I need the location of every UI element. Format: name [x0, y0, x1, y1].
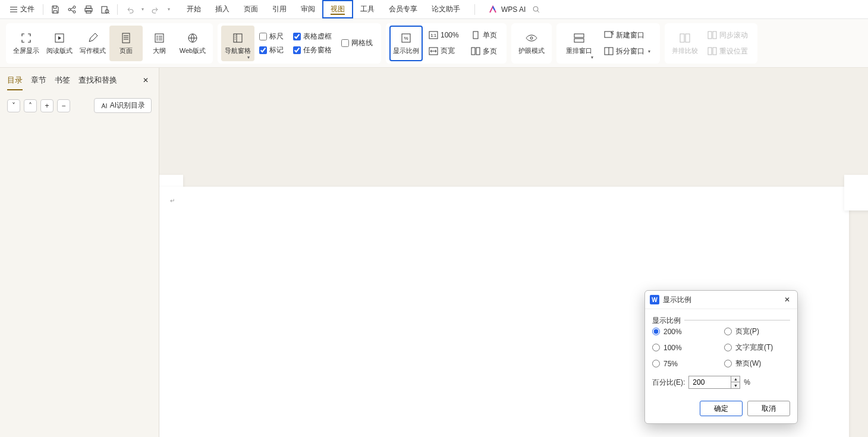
document-area[interactable]: ↵ W 显示比例 ✕ 显示比例 200% 页宽(P) 100% 文字宽度(T) … — [159, 68, 868, 437]
expand-down-icon[interactable]: ˅ — [7, 99, 20, 112]
sidebar-close-icon[interactable]: ✕ — [140, 74, 152, 86]
single-page-button[interactable]: 单页 — [468, 29, 499, 42]
ribbon-tabs: 开始 插入 页面 引用 审阅 视图 工具 会员专享 论文助手 — [180, 0, 467, 18]
preview-icon[interactable] — [98, 2, 112, 17]
tab-reference[interactable]: 引用 — [265, 0, 294, 18]
web-icon — [186, 32, 199, 45]
group-label: 显示比例 — [652, 316, 684, 326]
share-icon[interactable] — [65, 2, 79, 17]
radio-pagewidth[interactable]: 页宽(P) — [724, 326, 790, 337]
split-window-button[interactable]: 拆分窗口 — [602, 45, 653, 58]
remove-icon[interactable]: − — [57, 99, 70, 112]
new-window-button[interactable]: +新建窗口 — [602, 29, 653, 42]
outline-button[interactable]: 大纲 — [143, 26, 176, 61]
svg-rect-24 — [574, 39, 584, 42]
split-window-icon — [604, 46, 614, 56]
percent-spinbox[interactable]: ▲ ▼ — [688, 376, 740, 389]
sidebar-tab-toc[interactable]: 目录 — [7, 73, 23, 88]
tab-review[interactable]: 审阅 — [294, 0, 322, 18]
tab-start[interactable]: 开始 — [180, 0, 208, 18]
dialog-close-icon[interactable]: ✕ — [782, 294, 792, 305]
side-by-side-button[interactable]: 并排比较 — [668, 26, 702, 61]
svg-rect-28 — [680, 34, 684, 42]
ribbon-nav-group: 导航窗格 标尺 标记 表格虚框 任务窗格 网格线 — [218, 23, 381, 64]
svg-rect-19 — [473, 32, 478, 39]
arrange-label: 重排窗口 — [566, 47, 592, 55]
print-icon[interactable] — [81, 2, 96, 17]
radio-75-label: 75% — [663, 360, 678, 368]
ruler-label: 标尺 — [269, 32, 284, 42]
redo-icon[interactable] — [149, 2, 163, 17]
svg-rect-30 — [708, 32, 712, 39]
undo-dropdown-icon[interactable]: ▾ — [139, 2, 146, 17]
page-layout-button[interactable]: 页面 — [109, 26, 143, 61]
dialog-buttons: 确定 取消 — [645, 395, 797, 423]
dialog-titlebar[interactable]: W 显示比例 ✕ — [645, 291, 797, 309]
search-icon[interactable] — [529, 2, 543, 17]
arrange-windows-button[interactable]: 重排窗口 — [560, 26, 598, 61]
menubar: 文件 ▾ ▾ 开始 插入 页面 引用 审阅 视图 工具 会员专享 论文助手 WP… — [0, 0, 868, 19]
side-by-side-icon — [678, 32, 691, 45]
percent-input[interactable] — [689, 376, 731, 388]
collapse-up-icon[interactable]: ˄ — [24, 99, 37, 112]
zoom-100-button[interactable]: 1:1100% — [426, 29, 461, 41]
sidebar-tab-chapter[interactable]: 章节 — [31, 73, 46, 88]
writing-icon — [86, 32, 99, 45]
radio-75[interactable]: 75% — [652, 359, 718, 369]
fullscreen-button[interactable]: 全屏显示 — [10, 26, 43, 61]
tab-thesis[interactable]: 论文助手 — [424, 0, 467, 18]
ruler-checkbox[interactable]: 标尺 — [259, 32, 284, 42]
gridlines-checkbox[interactable]: 网格线 — [341, 38, 373, 48]
svg-rect-13 — [234, 34, 242, 42]
redo-dropdown-icon[interactable]: ▾ — [165, 2, 172, 17]
web-layout-button[interactable]: Web版式 — [176, 26, 209, 61]
radio-textwidth-label: 文字宽度(T) — [735, 342, 773, 353]
spin-up-icon[interactable]: ▲ — [731, 376, 740, 382]
radio-200[interactable]: 200% — [652, 326, 718, 337]
reading-layout-button[interactable]: 阅读版式 — [43, 26, 76, 61]
multi-page-icon — [471, 46, 480, 56]
markup-checkbox[interactable]: 标记 — [259, 45, 284, 55]
dialog-body: 显示比例 200% 页宽(P) 100% 文字宽度(T) 75% 整页(W) 百… — [645, 309, 797, 395]
page-width-icon — [429, 46, 438, 56]
tab-page[interactable]: 页面 — [237, 0, 265, 18]
new-window-label: 新建窗口 — [616, 30, 644, 40]
add-icon[interactable]: + — [40, 99, 54, 112]
page-width-button[interactable]: 页宽 — [426, 45, 461, 57]
save-icon[interactable] — [48, 2, 62, 17]
eyecare-button[interactable]: 护眼模式 — [515, 26, 548, 61]
cancel-button[interactable]: 取消 — [747, 401, 790, 416]
ai-toc-icon — [100, 102, 108, 109]
tab-member[interactable]: 会员专享 — [382, 0, 424, 18]
tab-insert[interactable]: 插入 — [208, 0, 237, 18]
svg-rect-23 — [574, 34, 584, 37]
writing-mode-button[interactable]: 写作模式 — [76, 26, 109, 61]
radio-100[interactable]: 100% — [652, 342, 718, 353]
multi-page-label: 多页 — [483, 46, 497, 56]
sidebar-tab-bookmark[interactable]: 书签 — [55, 73, 70, 88]
sidebar-tab-find[interactable]: 查找和替换 — [78, 73, 117, 88]
nav-panel-button[interactable]: 导航窗格 — [221, 26, 254, 61]
web-label: Web版式 — [180, 47, 206, 55]
radio-textwidth[interactable]: 文字宽度(T) — [724, 342, 790, 353]
multi-page-button[interactable]: 多页 — [468, 45, 499, 58]
tab-view[interactable]: 视图 — [322, 0, 353, 18]
task-pane-checkbox[interactable]: 任务窗格 — [293, 45, 332, 55]
wps-ai-button[interactable]: WPS AI — [488, 5, 526, 14]
table-border-checkbox[interactable]: 表格虚框 — [293, 32, 332, 42]
arrange-icon — [573, 32, 586, 45]
compare-buttons: 同步滚动 重设位置 — [702, 29, 754, 58]
tab-tools[interactable]: 工具 — [353, 0, 382, 18]
ai-toc-button[interactable]: AI识别目录 — [94, 98, 152, 113]
zoom-ratio-button[interactable]: % 显示比例 — [389, 26, 423, 61]
percent-label: 百分比(E): — [652, 378, 685, 388]
separator — [43, 4, 43, 15]
file-menu-button[interactable]: 文件 — [5, 2, 39, 17]
wps-ai-icon — [488, 5, 498, 14]
ok-button[interactable]: 确定 — [700, 401, 743, 416]
undo-icon[interactable] — [122, 2, 137, 17]
radio-wholepage[interactable]: 整页(W) — [724, 359, 790, 369]
spin-down-icon[interactable]: ▼ — [731, 382, 740, 388]
eyecare-label: 护眼模式 — [518, 47, 545, 55]
svg-text:1:1: 1:1 — [430, 33, 436, 37]
